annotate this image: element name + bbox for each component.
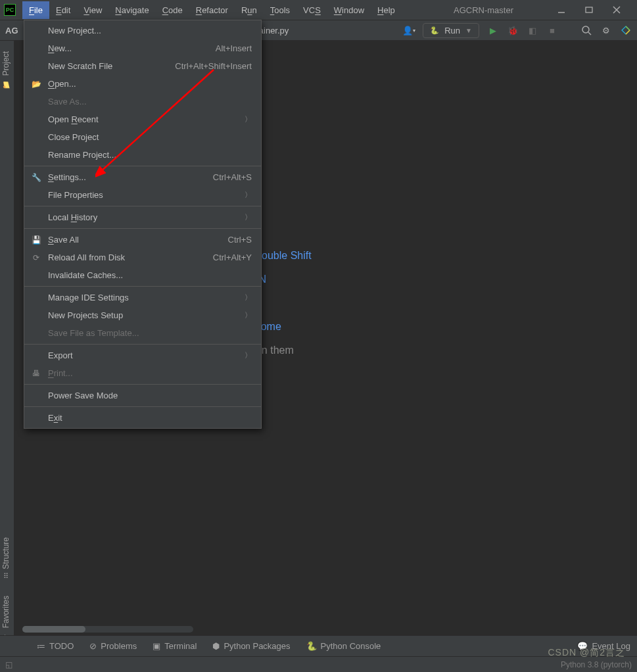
structure-icon: ⠿ bbox=[3, 572, 9, 581]
menu-item-label: Invalidate Caches... bbox=[48, 270, 123, 280]
scrollbar-thumb[interactable] bbox=[22, 626, 85, 633]
menu-vcs[interactable]: VCS bbox=[296, 1, 327, 19]
menu-item-label: Open... bbox=[48, 79, 76, 89]
folder-icon: 📁 bbox=[2, 80, 11, 88]
menu-navigate[interactable]: Navigate bbox=[108, 1, 155, 19]
menu-item-label: Open Recent bbox=[48, 114, 99, 124]
menu-item-local-history[interactable]: Local History〉 bbox=[24, 208, 261, 226]
menu-window[interactable]: Window bbox=[327, 1, 371, 19]
menu-item-shortcut: Alt+Insert bbox=[216, 43, 252, 53]
coverage-button[interactable]: ◧ bbox=[527, 24, 538, 36]
tool-window-problems[interactable]: ⊘Problems bbox=[89, 641, 137, 651]
menu-item-exit[interactable]: Exit bbox=[24, 409, 261, 427]
quick-access-icon[interactable]: ◱ bbox=[5, 660, 12, 669]
status-bar: ◱ Python 3.8 (pytorch) bbox=[0, 656, 637, 672]
menu-run[interactable]: Run bbox=[235, 1, 264, 19]
menu-code[interactable]: Code bbox=[156, 1, 189, 19]
menu-item-file-properties[interactable]: File Properties〉 bbox=[24, 186, 261, 204]
chevron-right-icon: 〉 bbox=[245, 350, 252, 360]
menu-item-label: Settings... bbox=[48, 172, 86, 182]
menu-item-save-as: Save As... bbox=[24, 93, 261, 110]
settings-button[interactable]: ⚙ bbox=[600, 24, 612, 36]
menu-item-label: New Projects Setup bbox=[48, 310, 123, 320]
menu-refactor[interactable]: Refactor bbox=[189, 1, 235, 19]
tool-window-todo[interactable]: ≔TODO bbox=[37, 641, 74, 651]
menu-item-save-file-as-template: Save File as Template... bbox=[24, 324, 261, 342]
tool-window-structure[interactable]: ⠿ Structure bbox=[0, 531, 12, 585]
todo-icon: ≔ bbox=[37, 641, 45, 651]
problems-icon: ⊘ bbox=[89, 641, 97, 651]
menu-item-export[interactable]: Export〉 bbox=[24, 347, 261, 364]
menu-item-power-save-mode[interactable]: Power Save Mode bbox=[24, 387, 261, 404]
packages-icon: ⬢ bbox=[212, 641, 220, 651]
menu-item-new[interactable]: New...Alt+Insert bbox=[24, 39, 261, 57]
menu-item-shortcut: Ctrl+Alt+S bbox=[213, 172, 252, 182]
menu-item-label: Rename Project... bbox=[48, 150, 116, 160]
horizontal-scrollbar[interactable] bbox=[22, 626, 193, 633]
bottom-tool-window-bar: ≔TODO ⊘Problems ▣Terminal ⬢Python Packag… bbox=[0, 635, 637, 656]
open-icon: 📂 bbox=[31, 80, 41, 89]
menu-tools[interactable]: Tools bbox=[264, 1, 296, 19]
menu-item-close-project[interactable]: Close Project bbox=[24, 128, 261, 146]
chevron-right-icon: 〉 bbox=[245, 190, 252, 200]
run-button[interactable]: ▶ bbox=[487, 24, 499, 36]
menu-separator bbox=[24, 206, 261, 206]
menu-help[interactable]: Help bbox=[371, 1, 402, 19]
close-button[interactable] bbox=[611, 6, 623, 14]
chevron-right-icon: 〉 bbox=[245, 310, 252, 320]
tool-window-terminal[interactable]: ▣Terminal bbox=[153, 641, 197, 651]
menu-item-new-project[interactable]: New Project... bbox=[24, 22, 261, 39]
menu-file[interactable]: File bbox=[22, 1, 49, 19]
chevron-right-icon: 〉 bbox=[245, 293, 252, 302]
tool-window-python-console[interactable]: 🐍Python Console bbox=[306, 641, 381, 651]
pycharm-logo-icon: PC bbox=[4, 4, 16, 16]
menu-item-label: New... bbox=[48, 43, 72, 53]
svg-line-5 bbox=[588, 32, 591, 35]
tool-window-project[interactable]: 📁 Project bbox=[0, 45, 12, 95]
console-icon: 🐍 bbox=[306, 641, 317, 651]
watermark-text: CSDN @简2言之 bbox=[548, 647, 625, 659]
menu-item-settings[interactable]: 🔧Settings...Ctrl+Alt+S bbox=[24, 168, 261, 186]
file-menu-dropdown: New Project...New...Alt+InsertNew Scratc… bbox=[24, 20, 262, 429]
breadcrumb[interactable]: AG bbox=[5, 26, 18, 36]
menu-item-shortcut: Ctrl+Alt+Y bbox=[213, 252, 252, 262]
menu-view[interactable]: View bbox=[77, 1, 108, 19]
menu-item-label: Local History bbox=[48, 212, 97, 222]
reload-icon: ⟳ bbox=[31, 253, 41, 262]
terminal-icon: ▣ bbox=[153, 641, 160, 651]
minimize-button[interactable] bbox=[555, 6, 567, 14]
tool-window-python-packages[interactable]: ⬢Python Packages bbox=[212, 641, 290, 651]
user-icon[interactable]: 👤▾ bbox=[403, 24, 415, 36]
menu-item-rename-project[interactable]: Rename Project... bbox=[24, 146, 261, 164]
maximize-button[interactable] bbox=[583, 6, 595, 14]
menu-edit[interactable]: Edit bbox=[49, 1, 77, 19]
interpreter-indicator[interactable]: Python 3.8 (pytorch) bbox=[561, 660, 632, 669]
menu-item-reload-all-from-disk[interactable]: ⟳Reload All from DiskCtrl+Alt+Y bbox=[24, 249, 261, 266]
menu-item-print: 🖶Print... bbox=[24, 364, 261, 382]
menu-item-label: Save As... bbox=[48, 97, 87, 107]
run-configuration-selector[interactable]: 🐍 Run ▼ bbox=[423, 23, 479, 38]
save-icon: 💾 bbox=[31, 235, 41, 245]
run-config-label: Run bbox=[444, 26, 460, 36]
svg-point-4 bbox=[582, 26, 589, 33]
menu-item-new-projects-setup[interactable]: New Projects Setup〉 bbox=[24, 306, 261, 324]
menu-item-label: Save File as Template... bbox=[48, 328, 139, 338]
menu-item-label: Save All bbox=[48, 235, 79, 245]
menu-item-manage-ide-settings[interactable]: Manage IDE Settings〉 bbox=[24, 289, 261, 306]
menu-separator bbox=[24, 384, 261, 385]
wrench-icon: 🔧 bbox=[31, 173, 41, 182]
menu-item-new-scratch-file[interactable]: New Scratch FileCtrl+Alt+Shift+Insert bbox=[24, 57, 261, 75]
menu-item-invalidate-caches[interactable]: Invalidate Caches... bbox=[24, 266, 261, 284]
menu-separator bbox=[24, 286, 261, 287]
menu-item-save-all[interactable]: 💾Save AllCtrl+S bbox=[24, 231, 261, 249]
search-everywhere-button[interactable] bbox=[580, 24, 592, 36]
window-title: AGCRN-master bbox=[454, 5, 513, 15]
debug-button[interactable]: 🐞 bbox=[507, 24, 519, 36]
menu-item-open[interactable]: 📂Open... bbox=[24, 75, 261, 93]
menu-item-shortcut: Ctrl+S bbox=[228, 235, 252, 245]
print-icon: 🖶 bbox=[31, 369, 41, 378]
menu-item-label: Manage IDE Settings bbox=[48, 293, 129, 302]
menu-item-open-recent[interactable]: Open Recent〉 bbox=[24, 110, 261, 128]
jetbrains-toolbox-icon[interactable] bbox=[620, 24, 632, 36]
menu-separator bbox=[24, 166, 261, 166]
